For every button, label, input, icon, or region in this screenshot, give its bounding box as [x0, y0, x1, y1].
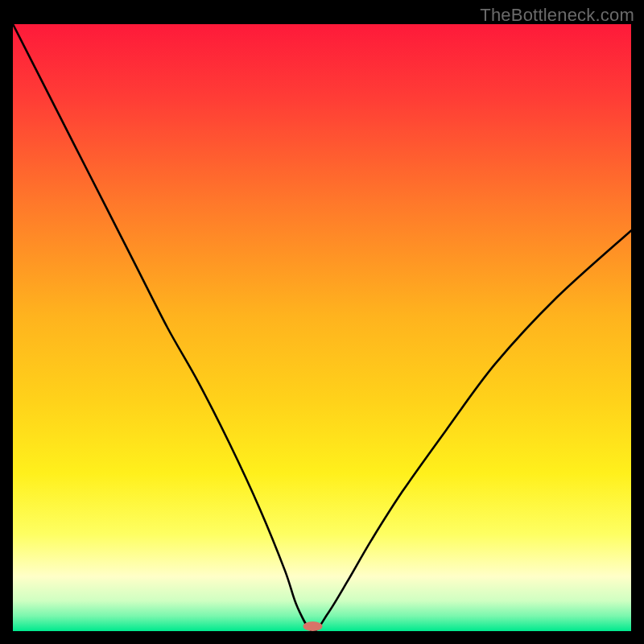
gradient-background [13, 24, 631, 631]
plot-svg [13, 24, 631, 631]
chart-frame: TheBottleneck.com [0, 0, 644, 644]
minimum-marker [303, 621, 323, 631]
watermark-text: TheBottleneck.com [480, 5, 634, 26]
plot-area [13, 24, 631, 631]
